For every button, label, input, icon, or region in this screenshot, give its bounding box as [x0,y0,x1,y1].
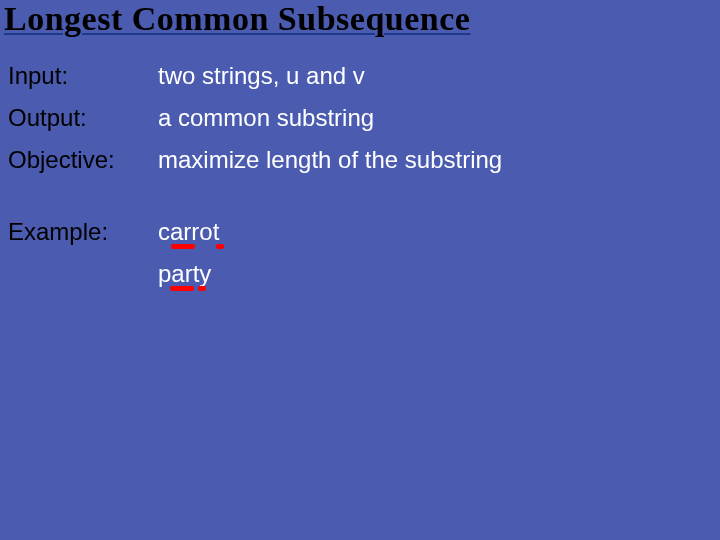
row-input-label: Input: [8,62,158,90]
example-word-2: party [158,260,211,288]
slide: Longest Common Subsequence Input: two st… [0,0,720,540]
highlight-mark [216,244,224,249]
row-objective-label: Objective: [8,146,158,174]
page-title: Longest Common Subsequence [4,0,470,38]
row-example-2: party [8,260,502,288]
row-output: Output: a common substring [8,104,502,132]
example-word-1: carrot [158,218,219,246]
example-word-1-text: carrot [158,218,219,245]
highlight-mark [171,244,195,249]
row-example-2-spacer [8,260,158,288]
row-example-label: Example: [8,218,158,246]
row-input-value: two strings, u and v [158,62,365,90]
highlight-mark [198,286,206,291]
row-input: Input: two strings, u and v [8,62,502,90]
highlight-mark [170,286,194,291]
row-example-2-value: party [158,260,211,288]
definition-list: Input: two strings, u and v Output: a co… [8,62,502,302]
row-objective-value: maximize length of the substring [158,146,502,174]
row-objective: Objective: maximize length of the substr… [8,146,502,174]
example-word-2-text: party [158,260,211,287]
row-output-value: a common substring [158,104,374,132]
row-example: Example: carrot [8,218,502,246]
row-example-value: carrot [158,218,219,246]
row-output-label: Output: [8,104,158,132]
